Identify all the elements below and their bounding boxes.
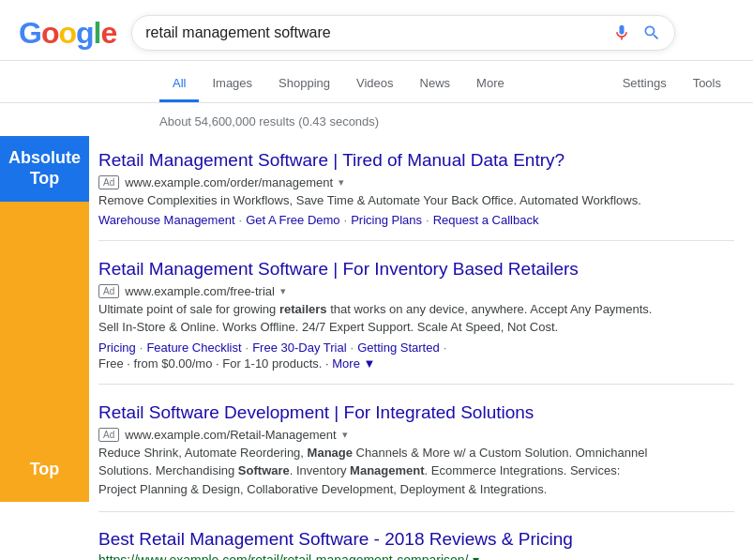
nav-item-tools[interactable]: Tools — [680, 67, 734, 102]
organic-result-1-title[interactable]: Best Retail Management Software - 2018 R… — [98, 529, 734, 550]
organic-result-1: Best Retail Management Software - 2018 R… — [98, 516, 734, 560]
results-info: About 54,600,000 results (0.43 seconds) — [0, 103, 753, 136]
nav-item-images[interactable]: Images — [199, 67, 265, 102]
ad-result-3-snippet: Reduce Shrink, Automate Reordering, Mana… — [98, 444, 661, 499]
labels-sidebar: Absolute Top Top — [0, 136, 98, 560]
ad-result-3-url: www.example.com/Retail-Management — [125, 428, 336, 442]
url-arrow-3: ▾ — [342, 429, 348, 441]
ad-result-2-title[interactable]: Retail Management Software | For Invento… — [98, 258, 734, 281]
ad-result-1-url-row: Ad www.example.com/order/management ▾ — [98, 175, 734, 189]
sitelink-trial[interactable]: Free 30-Day Trial — [252, 341, 346, 355]
url-arrow-1: ▾ — [339, 176, 344, 189]
ad-result-1-url: www.example.com/order/management — [125, 175, 333, 189]
ad-result-3: Retail Software Development | For Integr… — [98, 388, 734, 507]
search-icon[interactable] — [642, 23, 661, 42]
search-input[interactable] — [145, 24, 603, 41]
organic-result-1-url: https://www.example.com/retail/retail-ma… — [98, 552, 734, 560]
sitelink-checklist[interactable]: Feature Checklist — [146, 341, 241, 355]
ad-badge-3: Ad — [98, 428, 119, 442]
nav-item-all[interactable]: All — [159, 67, 199, 102]
ad-result-2-sitelinks: Pricing · Feature Checklist · Free 30-Da… — [98, 341, 734, 355]
ad-result-2-url-row: Ad www.example.com/free-trial ▾ — [98, 284, 734, 298]
mic-icon[interactable] — [612, 23, 631, 42]
nav-item-settings[interactable]: Settings — [610, 67, 680, 102]
ad-result-1: Retail Management Software | Tired of Ma… — [98, 136, 734, 236]
ad-badge-2: Ad — [98, 284, 119, 298]
nav-item-shopping[interactable]: Shopping — [265, 67, 343, 102]
ad-result-1-sitelinks: Warehouse Management · Get A Free Demo ·… — [98, 213, 734, 227]
url-arrow-2: ▾ — [280, 285, 286, 297]
ad-result-2-snippet: Ultimate point of sale for growing retai… — [98, 300, 661, 337]
ad-result-3-title[interactable]: Retail Software Development | For Integr… — [98, 401, 734, 425]
main: Absolute Top Top Retail Management Softw… — [0, 136, 753, 560]
ad-result-1-snippet: Remove Complexities in Workflows, Save T… — [98, 191, 661, 210]
nav-item-more[interactable]: More — [463, 67, 518, 102]
divider-2 — [98, 384, 734, 385]
ad-result-3-url-row: Ad www.example.com/Retail-Management ▾ — [98, 428, 734, 442]
nav-item-videos[interactable]: Videos — [343, 67, 407, 102]
results: Retail Management Software | Tired of Ma… — [98, 136, 753, 560]
ad-result-2-free: Free · from $0.00/mo · For 1-10 products… — [98, 356, 734, 371]
absolute-top-label: Absolute Top — [0, 136, 89, 202]
sitelink-pricing2[interactable]: Pricing — [98, 341, 136, 355]
nav-item-news[interactable]: News — [407, 67, 464, 102]
divider-3 — [98, 511, 734, 512]
sitelink-callback[interactable]: Request a Callback — [433, 213, 539, 227]
sitelink-demo[interactable]: Get A Free Demo — [246, 213, 339, 227]
url-arrow-organic: ▾ — [473, 552, 479, 560]
ad-badge-1: Ad — [98, 175, 119, 189]
sitelink-pricing[interactable]: Pricing Plans — [351, 213, 422, 227]
sitelink-warehouse[interactable]: Warehouse Management — [98, 213, 235, 227]
ad-result-2-url: www.example.com/free-trial — [125, 284, 275, 298]
nav-left: All Images Shopping Videos News More — [159, 67, 518, 102]
header: Google — [0, 0, 753, 61]
top-label: Top — [0, 202, 89, 502]
sitelink-started[interactable]: Getting Started — [357, 341, 439, 355]
search-icons — [612, 23, 661, 42]
divider-1 — [98, 240, 734, 241]
ad-result-2: Retail Management Software | For Invento… — [98, 245, 734, 380]
sitelink-more[interactable]: More ▼ — [332, 356, 375, 371]
ad-result-1-title[interactable]: Retail Management Software | Tired of Ma… — [98, 149, 734, 173]
search-box — [131, 15, 675, 51]
google-logo[interactable]: Google — [19, 16, 116, 51]
nav: All Images Shopping Videos News More Set… — [0, 61, 753, 103]
nav-right: Settings Tools — [610, 67, 734, 102]
